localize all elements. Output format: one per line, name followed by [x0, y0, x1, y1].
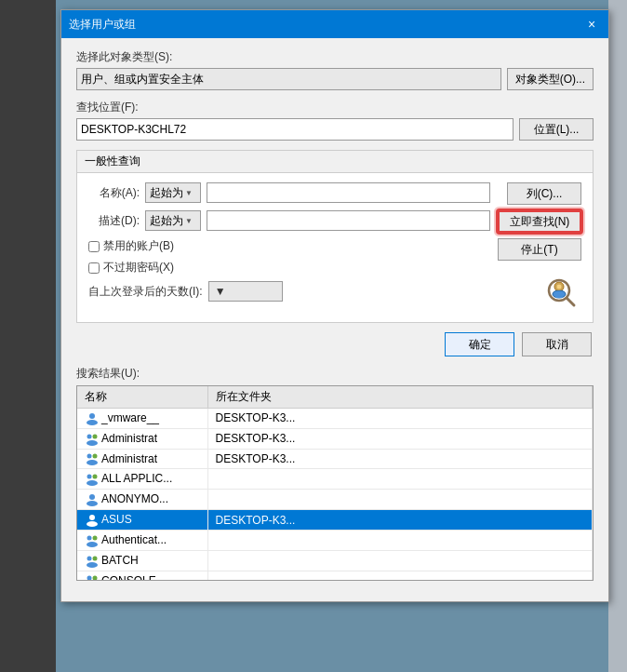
svg-point-28 [87, 576, 92, 581]
table-row[interactable]: BATCH [77, 550, 593, 571]
col-folder-header: 所在文件夹 [207, 386, 593, 409]
row-name-cell: CONSOLE ... [77, 571, 207, 581]
svg-point-14 [87, 460, 98, 465]
svg-point-21 [87, 521, 98, 527]
svg-point-23 [93, 535, 98, 540]
days-dropdown-arrow: ▼ [215, 285, 226, 298]
col-name-header: 名称 [77, 386, 207, 409]
query-fields: 名称(A): 起始为 ▼ 描述(D): 起始为 ▼ [88, 182, 490, 313]
desc-condition-dropdown[interactable]: 起始为 ▼ [145, 210, 201, 231]
row-name-cell: ALL APPLIC... [77, 469, 207, 490]
row-folder-cell: DESKTOP-K3... [207, 510, 593, 531]
results-label: 搜索结果(U): [76, 366, 594, 382]
svg-point-25 [87, 556, 92, 560]
disabled-accounts-row: 禁用的账户(B) [88, 238, 490, 254]
row-name-cell: Administrat [77, 449, 207, 469]
stop-button[interactable]: 停止(T) [498, 238, 581, 261]
search-icon-container [544, 276, 581, 313]
svg-point-18 [89, 494, 95, 500]
dialog-titlebar: 选择用户或组 × [61, 10, 608, 38]
days-row: 自上次登录后的天数(I): ▼ [88, 281, 490, 302]
svg-rect-3 [555, 293, 563, 298]
name-label: 名称(A): [88, 185, 140, 201]
table-row[interactable]: ALL APPLIC... [77, 469, 593, 490]
location-input[interactable] [76, 118, 514, 141]
svg-point-13 [93, 454, 98, 459]
desc-query-input[interactable] [207, 210, 490, 231]
svg-line-5 [567, 298, 574, 305]
object-type-button[interactable]: 对象类型(O)... [507, 68, 594, 90]
no-expire-pwd-checkbox[interactable] [88, 262, 100, 274]
days-dropdown[interactable]: ▼ [208, 281, 283, 302]
bg-sidebar [0, 0, 56, 672]
svg-point-15 [87, 475, 92, 479]
location-button[interactable]: 位置(L)... [519, 118, 594, 141]
table-row[interactable]: CONSOLE ... [77, 571, 593, 581]
desc-dropdown-arrow: ▼ [185, 217, 193, 225]
row-name-cell: BATCH [77, 550, 207, 571]
search-now-button[interactable]: 立即查找(N) [498, 210, 581, 233]
svg-point-1 [557, 285, 562, 289]
days-label: 自上次登录后的天数(I): [88, 284, 203, 300]
object-type-label: 选择此对象类型(S): [76, 49, 594, 65]
name-condition-value: 起始为 [150, 185, 183, 201]
svg-point-17 [87, 480, 98, 486]
select-user-dialog: 选择用户或组 × 选择此对象类型(S): 对象类型(O)... 查找位置(F):… [60, 9, 609, 602]
row-folder-cell [207, 469, 593, 490]
results-table-container[interactable]: 名称 所在文件夹 _vmware__DESKTOP-K3... Administ… [76, 385, 594, 581]
results-group: 搜索结果(U): 名称 所在文件夹 _vmware__DESKTOP-K3... [76, 366, 594, 581]
name-condition-dropdown[interactable]: 起始为 ▼ [145, 182, 201, 203]
confirm-cancel-row: 确定 取消 [76, 332, 594, 356]
row-folder-cell: DESKTOP-K3... [207, 449, 593, 469]
location-label: 查找位置(F): [76, 100, 594, 115]
table-row[interactable]: _vmware__DESKTOP-K3... [77, 409, 593, 429]
general-query-section: 一般性查询 名称(A): 起始为 ▼ 描述(D): [76, 150, 594, 323]
location-group: 查找位置(F): 位置(L)... [76, 100, 594, 141]
svg-point-8 [87, 420, 98, 425]
table-row[interactable]: AdministratDESKTOP-K3... [77, 428, 593, 449]
svg-point-11 [87, 440, 98, 446]
desc-label: 描述(D): [88, 213, 140, 229]
row-name-cell: ASUS [77, 510, 207, 531]
name-query-input[interactable] [207, 182, 490, 203]
cancel-button[interactable]: 取消 [522, 332, 592, 356]
column-button[interactable]: 列(C)... [507, 182, 581, 205]
svg-point-26 [93, 556, 98, 560]
svg-point-29 [93, 576, 98, 581]
results-table: 名称 所在文件夹 _vmware__DESKTOP-K3... Administ… [77, 386, 593, 581]
query-action-buttons: 列(C)... 立即查找(N) 停止(T) [498, 182, 581, 313]
no-expire-pwd-label: 不过期密码(X) [103, 260, 174, 276]
close-button[interactable]: × [582, 15, 601, 34]
svg-point-22 [87, 535, 92, 540]
svg-point-16 [93, 475, 98, 479]
row-folder-cell [207, 550, 593, 571]
query-section-title: 一般性查询 [77, 151, 593, 173]
row-name-cell: Authenticat... [77, 530, 207, 550]
table-row[interactable]: ASUSDESKTOP-K3... [77, 510, 593, 531]
name-dropdown-arrow: ▼ [185, 189, 193, 197]
svg-point-27 [87, 562, 98, 568]
table-row[interactable]: Authenticat... [77, 530, 593, 550]
svg-point-24 [87, 542, 98, 547]
name-query-row: 名称(A): 起始为 ▼ [88, 182, 490, 203]
disabled-accounts-checkbox[interactable] [88, 241, 100, 252]
no-expire-pwd-row: 不过期密码(X) [88, 260, 490, 276]
results-tbody: _vmware__DESKTOP-K3... AdministratDESKTO… [77, 409, 593, 582]
dialog-body: 选择此对象类型(S): 对象类型(O)... 查找位置(F): 位置(L)...… [61, 38, 608, 601]
object-type-input[interactable] [76, 68, 501, 90]
desc-condition-value: 起始为 [150, 213, 183, 229]
table-row[interactable]: ANONYMO... [77, 490, 593, 510]
confirm-button[interactable]: 确定 [445, 332, 514, 356]
row-name-cell: ANONYMO... [77, 490, 207, 510]
query-section-body: 名称(A): 起始为 ▼ 描述(D): 起始为 ▼ [77, 173, 593, 322]
table-row[interactable]: AdministratDESKTOP-K3... [77, 449, 593, 469]
row-name-cell: Administrat [77, 428, 207, 449]
svg-point-9 [87, 434, 92, 438]
svg-point-19 [87, 501, 98, 506]
svg-point-7 [89, 413, 95, 419]
dialog-title: 选择用户或组 [69, 17, 136, 33]
svg-point-20 [89, 515, 95, 520]
object-type-group: 选择此对象类型(S): 对象类型(O)... [76, 49, 594, 90]
svg-point-12 [87, 454, 92, 459]
svg-point-10 [93, 434, 98, 438]
